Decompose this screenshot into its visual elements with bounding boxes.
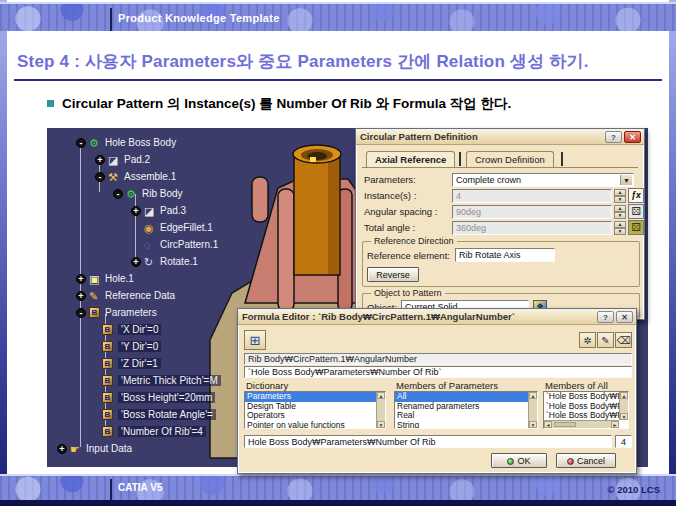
cancel-button[interactable]: Cancel	[556, 453, 616, 468]
spin-up-icon[interactable]: ▲	[614, 221, 626, 228]
spinner[interactable]: ▲▼	[614, 205, 626, 219]
tree-item[interactable]: +◪Pad.3	[47, 204, 387, 218]
list-item[interactable]: Real	[395, 411, 537, 421]
list-item[interactable]: All	[395, 392, 537, 402]
scroll-down-icon[interactable]: ▼	[377, 421, 385, 428]
total-angle-field[interactable]: 360deg	[452, 221, 612, 235]
parameters-combo[interactable]: Complete crown▼	[452, 173, 634, 187]
spinner[interactable]: ▲▼	[614, 189, 626, 203]
tree-item[interactable]: +↻Rotate.1	[47, 255, 387, 269]
members-of-all-list[interactable]: `Hole Boss Body₩Par`Hole Boss Body₩Par`H…	[543, 391, 629, 429]
tree-item-label: Input Data	[86, 443, 132, 454]
parameter-icon: B	[102, 324, 113, 335]
tree-item[interactable]: +✎Reference Data	[47, 289, 387, 303]
list-item[interactable]: Operators	[245, 411, 385, 421]
tree-item[interactable]: +▣Hole.1	[47, 272, 387, 286]
scroll-down-icon[interactable]: ▼	[529, 421, 537, 428]
list-item[interactable]: `Hole Boss Body₩Par	[544, 402, 628, 412]
angular-spacing-field[interactable]: 90deg	[452, 205, 612, 219]
help-icon[interactable]: ?	[597, 311, 614, 323]
ok-button[interactable]: OK	[491, 453, 547, 468]
insert-structure-icon[interactable]: ⊞	[244, 330, 266, 350]
formula-target-field[interactable]: Rib Body₩CircPattern.1₩AngularNumber	[244, 353, 632, 365]
expand-icon[interactable]: +	[57, 444, 67, 454]
tab-crown-definition[interactable]: Crown Definition	[466, 151, 554, 167]
help-icon[interactable]: ?	[605, 131, 622, 143]
tree-item[interactable]: ◉EdgeFillet.1	[47, 221, 387, 235]
tree-item-label: 'Number Of Rib'=4	[118, 426, 206, 437]
formula-expression-field[interactable]: `Hole Boss Body₩Parameters₩Number Of Rib…	[244, 366, 632, 378]
circular-pattern-dialog: Circular Pattern Definition ? ✕ Axial Re…	[355, 128, 645, 320]
expand-icon[interactable]: +	[131, 257, 141, 267]
reference-element-field[interactable]: Rib Rotate Axis	[455, 248, 555, 262]
expand-icon[interactable]: +	[131, 206, 141, 216]
dictionary-list[interactable]: ParametersDesign TableOperatorsPointer o…	[244, 391, 386, 429]
reference-direction-group: Reference Direction Reference element: R…	[362, 241, 640, 287]
list-item[interactable]: `Hole Boss Body₩Par	[544, 392, 628, 402]
instances-field[interactable]: 4	[452, 189, 612, 203]
scroll-up-icon[interactable]: ▲	[620, 392, 628, 399]
vertical-scrollbar[interactable]: ▲▼	[619, 392, 628, 420]
vertical-scrollbar[interactable]: ▲▼	[528, 392, 537, 428]
expand-icon[interactable]: +	[76, 274, 86, 284]
tab-separator	[459, 152, 461, 166]
scroll-up-icon[interactable]: ▲	[377, 392, 385, 399]
reverse-button[interactable]: Reverse	[367, 267, 419, 282]
expand-icon[interactable]: +	[95, 155, 105, 165]
header-band: Product Knowledge Template	[0, 2, 676, 31]
scrollbar-thumb[interactable]	[554, 422, 576, 427]
tree-item-label: Pad.3	[160, 205, 186, 216]
horizontal-scrollbar[interactable]: ◄►	[544, 420, 619, 428]
spin-down-icon[interactable]: ▼	[614, 212, 626, 219]
page-title: Step 4 : 사용자 Parameters와 중요 Parameters 간…	[17, 50, 662, 73]
tree-item[interactable]: ◌CircPattern.1	[47, 238, 387, 252]
formula-editor-titlebar[interactable]: Formula Editor : `Rib Body₩CircPattern.1…	[238, 309, 636, 325]
comment-icon[interactable]: ✎	[597, 332, 614, 348]
spin-up-icon[interactable]: ▲	[614, 205, 626, 212]
circular-pattern-dialog-titlebar[interactable]: Circular Pattern Definition ? ✕	[356, 129, 644, 145]
tree-item[interactable]: -⚙Rib Body	[47, 187, 387, 201]
scroll-up-icon[interactable]: ▲	[529, 392, 537, 399]
result-expression-field[interactable]: Hole Boss Body₩Parameters₩Number Of Rib	[244, 435, 612, 448]
members-of-parameters-list[interactable]: AllRenamed parametersRealString▲▼	[394, 391, 538, 429]
scroll-down-icon[interactable]: ▼	[620, 413, 628, 420]
tree-item-label: Reference Data	[105, 290, 175, 301]
tree-item[interactable]: +◪Pad.2	[47, 153, 387, 167]
formula-wizard-icon[interactable]: ✲	[579, 332, 596, 348]
tree-item[interactable]: -⚙Hole Boss Body	[47, 136, 387, 150]
formula-fx-button[interactable]: ƒx	[628, 188, 644, 203]
collapse-icon[interactable]: -	[76, 138, 86, 148]
circular-pattern-dialog-title: Circular Pattern Definition	[360, 131, 478, 142]
spinner[interactable]: ▲▼	[614, 221, 626, 235]
tree-item-label: 'Boss Height'=20mm	[118, 392, 215, 403]
list-item[interactable]: Renamed parameters	[395, 402, 537, 412]
spin-down-icon[interactable]: ▼	[614, 228, 626, 235]
list-item[interactable]: Parameters	[245, 392, 385, 402]
list-item[interactable]: String	[395, 421, 537, 430]
circular-pattern-icon: ◌	[144, 239, 151, 251]
erase-icon[interactable]: ⌫	[615, 332, 632, 348]
close-icon[interactable]: ✕	[624, 131, 641, 143]
expand-icon[interactable]: +	[76, 291, 86, 301]
column-header: Members of Parameters	[396, 380, 498, 391]
body-icon: ⚙	[126, 188, 136, 200]
knowledge-icon[interactable]: ⚄	[628, 204, 644, 219]
tree-item[interactable]: -⚒Assemble.1	[47, 170, 387, 184]
rotate-icon: ↻	[144, 256, 153, 268]
collapse-icon[interactable]: -	[95, 172, 105, 182]
ok-label: OK	[517, 456, 530, 466]
footer-band: CATIA V5 © 2010 LCS	[0, 474, 676, 500]
scroll-left-icon[interactable]: ◄	[544, 421, 552, 428]
chevron-down-icon[interactable]: ▼	[620, 175, 632, 185]
spin-down-icon[interactable]: ▼	[614, 196, 626, 203]
tab-axial-reference[interactable]: Axial Reference	[366, 151, 455, 167]
collapse-icon[interactable]: -	[113, 189, 123, 199]
vertical-scrollbar[interactable]: ▲▼	[376, 392, 385, 428]
list-item[interactable]: Design Table	[245, 402, 385, 412]
knowledge-icon[interactable]: ⚄	[628, 220, 644, 235]
spin-up-icon[interactable]: ▲	[614, 189, 626, 196]
close-icon[interactable]: ✕	[616, 311, 633, 323]
collapse-icon[interactable]: -	[76, 308, 86, 318]
list-item[interactable]: Pointer on value functions	[245, 421, 385, 430]
scroll-right-icon[interactable]: ►	[611, 421, 619, 428]
